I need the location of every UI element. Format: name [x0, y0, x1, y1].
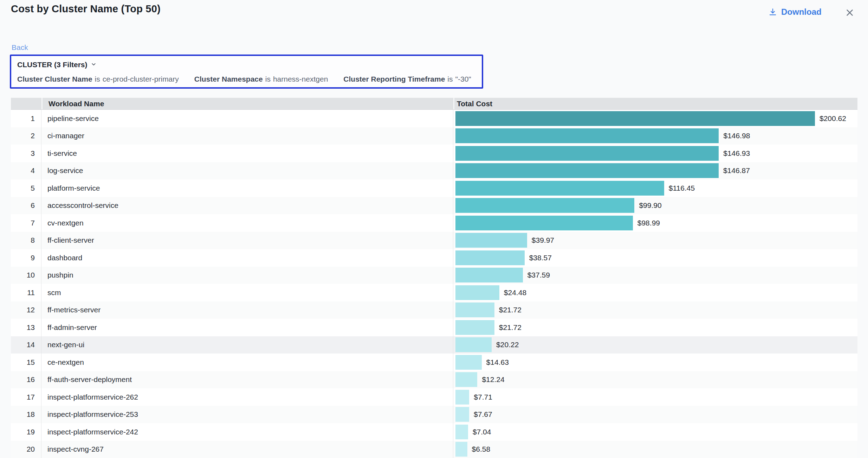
cost-cell: $21.72 [453, 319, 857, 336]
table-row[interactable]: 7 cv-nextgen $98.99 [11, 214, 857, 232]
filter-conditions: Cluster Cluster Name is ce-prod-cluster-… [17, 75, 476, 83]
filter-condition[interactable]: Cluster Reporting Timeframe is "-30" [343, 75, 471, 83]
cost-cell: $39.97 [453, 232, 857, 249]
cost-cell: $200.62 [453, 110, 857, 127]
cost-cell: $116.45 [453, 179, 857, 197]
download-icon [768, 7, 777, 17]
table-row[interactable]: 12 ff-metrics-server $21.72 [11, 301, 857, 319]
filter-operator: is [265, 75, 271, 83]
cost-value: $146.87 [723, 166, 750, 175]
filter-panel: CLUSTER (3 Filters) Cluster Cluster Name… [10, 55, 483, 89]
row-index: 15 [11, 354, 41, 371]
cost-value: $21.72 [499, 323, 522, 332]
cost-cell: $21.72 [453, 301, 857, 319]
table-row[interactable]: 20 inspect-cvng-267 $6.58 [11, 441, 857, 458]
cost-value: $98.99 [637, 219, 660, 227]
cost-cell: $38.57 [453, 249, 857, 267]
table-row[interactable]: 13 ff-admin-server $21.72 [11, 319, 857, 336]
cost-bar[interactable] [455, 146, 719, 161]
cost-bar[interactable] [455, 233, 527, 248]
table-row[interactable]: 1 pipeline-service $200.62 [11, 110, 857, 127]
cost-bar[interactable] [455, 442, 467, 457]
workload-name-column-header: Workload Name [41, 98, 453, 109]
workload-name: ti-service [41, 145, 453, 162]
cost-bar[interactable] [455, 303, 494, 317]
cost-bar[interactable] [455, 268, 523, 282]
cost-value: $7.04 [473, 428, 491, 436]
cost-bar[interactable] [455, 111, 815, 126]
download-label: Download [781, 7, 822, 17]
cost-bar[interactable] [455, 320, 494, 335]
cost-cell: $37.59 [453, 267, 857, 284]
workload-name: inspect-cvng-267 [41, 441, 453, 458]
cost-bar[interactable] [455, 407, 469, 422]
cost-bar[interactable] [455, 216, 633, 230]
filter-group-toggle[interactable]: CLUSTER (3 Filters) [17, 61, 476, 69]
row-index: 16 [11, 371, 41, 389]
cost-bar[interactable] [455, 425, 468, 439]
cost-value: $24.48 [504, 288, 526, 297]
filter-condition[interactable]: Cluster Namespace is harness-nextgen [194, 75, 328, 83]
table-body: 1 pipeline-service $200.62 2 ci-manager … [11, 110, 857, 458]
cost-bar[interactable] [455, 285, 499, 300]
cost-cell: $7.71 [453, 388, 857, 406]
workload-name: ff-client-server [41, 232, 453, 249]
table-row[interactable]: 18 inspect-platformservice-253 $7.67 [11, 406, 857, 424]
cost-value: $99.90 [639, 201, 661, 210]
row-index: 5 [11, 179, 41, 197]
workload-name: dashboard [41, 249, 453, 267]
filter-field: Cluster Reporting Timeframe [343, 75, 445, 83]
table-row[interactable]: 16 ff-auth-server-deployment $12.24 [11, 371, 857, 389]
table-row[interactable]: 3 ti-service $146.93 [11, 145, 857, 162]
table-row[interactable]: 14 next-gen-ui $20.22 [11, 336, 857, 354]
filter-group-label: CLUSTER (3 Filters) [17, 61, 88, 69]
cost-cell: $24.48 [453, 284, 857, 301]
filter-operator: is [447, 75, 453, 83]
table-row[interactable]: 9 dashboard $38.57 [11, 249, 857, 267]
table-row[interactable]: 17 inspect-platformservice-262 $7.71 [11, 388, 857, 406]
download-button[interactable]: Download [768, 7, 822, 17]
cost-bar[interactable] [455, 372, 477, 387]
row-index: 19 [11, 423, 41, 441]
cost-bar[interactable] [455, 337, 492, 352]
close-button[interactable] [843, 7, 856, 20]
cost-value: $7.67 [474, 410, 492, 419]
row-index: 4 [11, 162, 41, 180]
cost-value: $14.63 [486, 358, 509, 367]
filter-condition[interactable]: Cluster Cluster Name is ce-prod-cluster-… [17, 75, 179, 83]
cost-value: $6.58 [472, 445, 491, 453]
chevron-down-icon [91, 61, 97, 69]
row-index: 8 [11, 232, 41, 249]
table-row[interactable]: 2 ci-manager $146.98 [11, 127, 857, 145]
table-row[interactable]: 11 scm $24.48 [11, 284, 857, 301]
table-row[interactable]: 5 platform-service $116.45 [11, 179, 857, 197]
workload-name: platform-service [41, 179, 453, 197]
table-row[interactable]: 15 ce-nextgen $14.63 [11, 354, 857, 371]
table-row[interactable]: 6 accesscontrol-service $99.90 [11, 197, 857, 215]
cost-bar[interactable] [455, 163, 719, 178]
row-index: 2 [11, 127, 41, 145]
back-link[interactable]: Back [12, 43, 28, 52]
cost-bar[interactable] [455, 390, 469, 405]
workload-name: scm [41, 284, 453, 301]
cost-bar[interactable] [455, 198, 634, 213]
cost-bar[interactable] [455, 181, 664, 196]
cost-bar[interactable] [455, 250, 525, 265]
row-index: 7 [11, 214, 41, 232]
cost-cell: $7.04 [453, 423, 857, 441]
cost-bar[interactable] [455, 355, 482, 370]
workload-name: inspect-platformservice-262 [41, 388, 453, 406]
close-icon [844, 7, 855, 19]
cost-cell: $146.93 [453, 145, 857, 162]
table-row[interactable]: 19 inspect-platformservice-242 $7.04 [11, 423, 857, 441]
workload-name: inspect-platformservice-253 [41, 406, 453, 424]
table-row[interactable]: 10 pushpin $37.59 [11, 267, 857, 284]
workload-name: ff-admin-server [41, 319, 453, 336]
page-title: Cost by Cluster Name (Top 50) [11, 3, 161, 15]
filter-field: Cluster Namespace [194, 75, 263, 83]
table-row[interactable]: 8 ff-client-server $39.97 [11, 232, 857, 249]
cost-cell: $7.67 [453, 406, 857, 424]
table-row[interactable]: 4 log-service $146.87 [11, 162, 857, 180]
row-index: 14 [11, 336, 41, 354]
cost-bar[interactable] [455, 128, 719, 143]
